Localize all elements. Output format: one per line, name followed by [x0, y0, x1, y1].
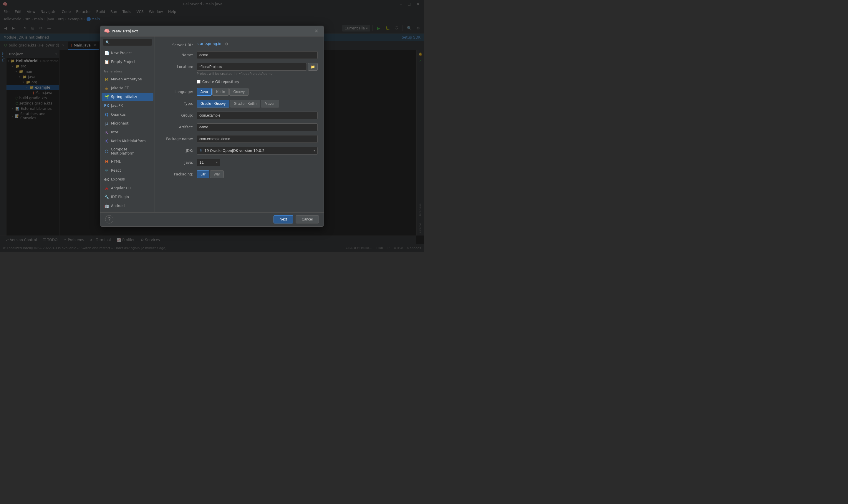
modal-nav-express-label: Express	[111, 177, 125, 181]
modal-nav-html-label: HTML	[111, 160, 121, 164]
location-input[interactable]	[197, 63, 307, 71]
language-java-btn[interactable]: Java	[197, 88, 212, 96]
express-icon: ex	[104, 177, 109, 182]
package-input[interactable]	[197, 135, 318, 143]
group-input[interactable]	[197, 112, 318, 119]
modal-nav-express[interactable]: ex Express	[102, 175, 154, 183]
modal-form: Server URL: start.spring.io ⚙ Name:	[155, 36, 324, 212]
modal-nav-maven-label: Maven Archetype	[111, 77, 142, 81]
spring-icon: 🌱	[104, 94, 109, 100]
modal-search-input[interactable]	[111, 40, 149, 44]
modal-overlay: 🧠 New Project ✕ 🔍 📄 New Project 📋 Empty …	[0, 0, 424, 252]
generators-label: Generators	[102, 68, 154, 74]
language-btn-group: Java Kotlin Groovy	[197, 88, 318, 96]
location-label: Location:	[161, 63, 193, 69]
modal-nav-spring[interactable]: 🌱 Spring Initializr	[102, 93, 154, 101]
form-row-package: Package name:	[161, 135, 318, 143]
modal-nav-kotlin-multi[interactable]: K Kotlin Multiplatform	[102, 137, 154, 145]
form-row-group: Group:	[161, 112, 318, 119]
modal-nav-maven[interactable]: M Maven Archetype	[102, 75, 154, 83]
help-button[interactable]: ?	[105, 215, 113, 223]
server-url-content: start.spring.io ⚙	[197, 41, 318, 47]
modal-nav-compose-label: Compose Multiplatform	[111, 147, 151, 156]
artifact-input[interactable]	[197, 123, 318, 131]
server-url-settings-button[interactable]: ⚙	[224, 41, 230, 47]
artifact-content	[197, 123, 318, 131]
jdk-dropdown-arrow: ▾	[313, 149, 315, 152]
location-content: 📁 Project will be created in: ~\IdeaProj…	[197, 63, 318, 76]
packaging-war-btn[interactable]: War	[210, 170, 224, 178]
modal-nav-html[interactable]: H HTML	[102, 158, 154, 166]
packaging-content: Jar War	[197, 170, 318, 178]
java-content: 11 ▾	[197, 159, 318, 166]
modal-nav-android-label: Android	[111, 204, 125, 208]
form-row-server-url: Server URL: start.spring.io ⚙	[161, 41, 318, 47]
cancel-button[interactable]: Cancel	[295, 215, 319, 223]
kotlin-multi-icon: K	[104, 138, 109, 144]
server-url-link[interactable]: start.spring.io	[197, 42, 221, 46]
modal-search-box[interactable]: 🔍	[103, 39, 152, 46]
language-content: Java Kotlin Groovy	[197, 88, 318, 96]
modal-nav-jakarta[interactable]: ☕ Jakarta EE	[102, 84, 154, 92]
java-dropdown-arrow: ▾	[216, 161, 218, 164]
new-project-icon: 📄	[104, 50, 109, 56]
java-select-value: 11	[199, 160, 204, 165]
modal-nav-ktor[interactable]: K Ktor	[102, 128, 154, 136]
modal-nav-micronaut[interactable]: μ Micronaut	[102, 119, 154, 127]
android-icon: 🤖	[104, 203, 109, 209]
form-row-java: Java: 11 ▾	[161, 159, 318, 166]
modal-nav-angular[interactable]: A Angular CLI	[102, 184, 154, 192]
type-content: Gradle - Groovy Gradle - Kotlin Maven	[197, 100, 318, 107]
modal-nav-compose[interactable]: ⬡ Compose Multiplatform	[102, 146, 154, 157]
modal-nav-react[interactable]: ⚛ React	[102, 166, 154, 175]
modal-nav-empty-project[interactable]: 📋 Empty Project	[102, 58, 154, 66]
name-input[interactable]	[197, 51, 318, 59]
modal-nav-react-label: React	[111, 168, 121, 173]
modal-nav-android[interactable]: 🤖 Android	[102, 202, 154, 210]
java-label: Java:	[161, 159, 193, 165]
modal-nav-new-project[interactable]: 📄 New Project	[102, 49, 154, 57]
jdk-select[interactable]: 🗄 19 Oracle OpenJDK version 19.0.2 ▾	[197, 147, 318, 155]
type-maven-btn[interactable]: Maven	[261, 100, 279, 107]
javafx-icon: FX	[104, 103, 109, 108]
location-folder-button[interactable]: 📁	[308, 63, 318, 71]
project-hint: Project will be created in: ~\IdeaProjec…	[197, 72, 318, 76]
form-row-artifact: Artifact:	[161, 123, 318, 131]
package-name-label: Package name:	[161, 135, 193, 141]
next-button[interactable]: Next	[273, 215, 293, 223]
form-row-jdk: JDK: 🗄 19 Oracle OpenJDK version 19.0.2 …	[161, 147, 318, 155]
java-select[interactable]: 11 ▾	[197, 159, 220, 166]
artifact-label: Artifact:	[161, 123, 193, 129]
packaging-jar-btn[interactable]: Jar	[197, 170, 209, 178]
language-kotlin-btn[interactable]: Kotlin	[212, 88, 229, 96]
modal-nav-new-project-label: New Project	[111, 51, 132, 55]
git-spacer	[161, 80, 193, 82]
jakarta-icon: ☕	[104, 85, 109, 91]
modal-title-bar: 🧠 New Project ✕	[101, 26, 324, 36]
server-url-row: start.spring.io ⚙	[197, 41, 318, 47]
modal-title-icon: 🧠	[104, 28, 110, 34]
type-gradle-groovy-btn[interactable]: Gradle - Groovy	[197, 100, 229, 107]
create-git-row: Create Git repository	[197, 80, 318, 84]
create-git-checkbox[interactable]	[197, 80, 200, 84]
modal-title-text: New Project	[112, 29, 138, 33]
html-icon: H	[104, 159, 109, 164]
search-icon: 🔍	[105, 40, 110, 44]
form-row-name: Name:	[161, 51, 318, 59]
modal-nav-jakarta-label: Jakarta EE	[111, 86, 129, 90]
modal-close-button[interactable]: ✕	[313, 28, 320, 34]
modal-nav-kotlin-multi-label: Kotlin Multiplatform	[111, 139, 146, 143]
name-content	[197, 51, 318, 59]
type-gradle-kotlin-btn[interactable]: Gradle - Kotlin	[230, 100, 260, 107]
language-groovy-btn[interactable]: Groovy	[229, 88, 249, 96]
modal-nav-empty-project-label: Empty Project	[111, 60, 136, 64]
modal-nav-javafx[interactable]: FX JavaFX	[102, 102, 154, 110]
modal-nav-spring-label: Spring Initializr	[111, 95, 138, 99]
modal-nav-ide-plugin[interactable]: 🔧 IDE Plugin	[102, 193, 154, 201]
modal-nav-angular-label: Angular CLI	[111, 186, 131, 190]
jdk-content: 🗄 19 Oracle OpenJDK version 19.0.2 ▾	[197, 147, 318, 155]
modal-title-group: 🧠 New Project	[104, 28, 138, 34]
packaging-btn-group: Jar War	[197, 170, 318, 178]
modal-nav-quarkus[interactable]: Q Quarkus	[102, 110, 154, 119]
form-row-type: Type: Gradle - Groovy Gradle - Kotlin Ma…	[161, 100, 318, 107]
